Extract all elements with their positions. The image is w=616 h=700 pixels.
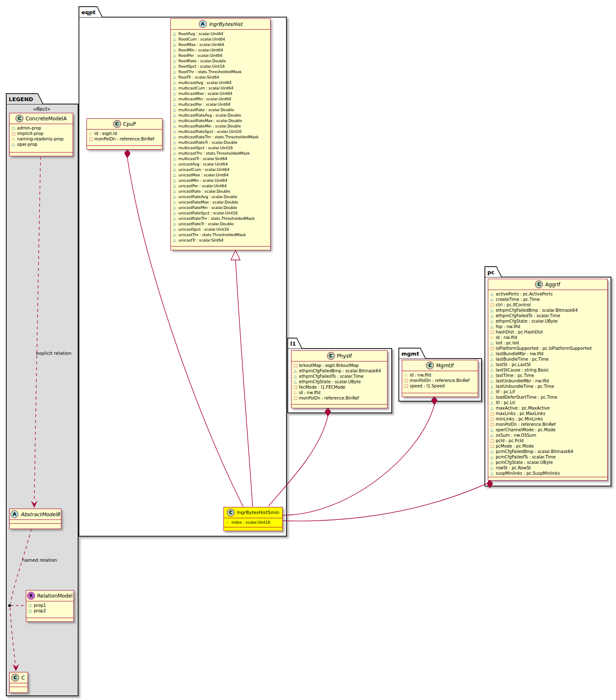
attribute-row: prop1	[28, 603, 71, 608]
naming-prop-icon	[490, 335, 496, 340]
class-letter-badge: C	[11, 674, 19, 682]
oper-prop-icon	[173, 85, 178, 91]
attribute-row: minLinks : pc.MinLinks	[490, 416, 605, 422]
attribute-text: multicastSpct : scalar.Uint16	[178, 145, 233, 150]
class-letter-badge: C	[113, 120, 121, 128]
class-title: MgmtIf	[436, 363, 454, 369]
attribute-text: osSum : nw.OSSum	[496, 433, 536, 438]
oper-prop-icon	[173, 42, 178, 47]
attribute-row: ethpmCfgState : scalar.UByte	[294, 379, 385, 384]
attribute-row: unicastRateAvg : scalar.Double	[173, 194, 268, 199]
attribute-text: multicastCum : scalar.Uint64	[178, 85, 233, 91]
attribute-text: maxActive : pc.MaxActive	[496, 405, 550, 411]
attribute-row: unicastRateSpct : scalar.Uint16	[173, 210, 268, 216]
attribute-text: fecMode : l1.FECMode	[299, 384, 345, 390]
attribute-text: ethpmCfgFailedTs : scalar.Time	[299, 374, 363, 379]
attribute-text: monPolDn : reference.BinRef	[496, 422, 556, 427]
package-eqpt-tab: eqpt	[79, 6, 103, 17]
attribute-row: createTime : pc.Time	[490, 297, 605, 302]
class-footer	[10, 152, 73, 156]
oper-prop-icon	[490, 389, 496, 395]
stereotype-label: «Rect»	[6, 106, 77, 112]
attribute-text: ethpmCfgState : scalar.UByte	[496, 318, 558, 324]
class-footer	[224, 527, 282, 531]
attribute-text: floodAvg : scalar.Uint64	[178, 31, 223, 36]
oper-prop-icon	[173, 161, 178, 167]
class-letter-badge: C	[426, 361, 434, 369]
oper-prop-icon	[294, 379, 299, 384]
oper-prop-icon	[173, 129, 178, 134]
attribute-row: speed : l1.Speed	[404, 383, 476, 389]
attribute-text: iod : pc.Iod	[496, 340, 519, 346]
implicit-prop-icon	[490, 422, 496, 427]
class-letter-badge: C	[535, 280, 543, 288]
attribute-row: osSum : nw.OSSum	[490, 433, 605, 438]
attribute-row: unicastMin : scalar.Uint64	[173, 178, 268, 183]
attribute-row: ltl : pc.Ltl	[490, 400, 605, 405]
class-title: IngrBytesHist5min	[237, 510, 279, 515]
attribute-row: pcmCfgState : scalar.UByte	[490, 460, 605, 465]
attribute-row: floodPer : scalar.Uint64	[173, 53, 268, 58]
oper-prop-icon	[173, 183, 178, 188]
attribute-text: unicastMax : scalar.Uint64	[178, 172, 228, 178]
attribute-row: ethpmCfgFailedBmp : scalar.Bitmask64	[490, 308, 605, 313]
class-header: C IngrBytesHist5min	[224, 507, 282, 518]
attribute-text: pcmCfgFailedTs : scalar.Time	[496, 454, 555, 460]
attribute-text: floodThr : stats.ThresholdedMask	[178, 69, 242, 74]
class-title: AbstractModelB	[20, 512, 60, 517]
class-header: C CpuP	[87, 119, 162, 130]
implicit-prop-icon	[12, 131, 17, 136]
class-header: A AbstractModelB	[10, 509, 61, 519]
class-letter-badge: C	[227, 509, 235, 517]
attribute-text: ethpmCfgFailedTs : scalar.Time	[496, 313, 560, 318]
attribute-text: floodMin : scalar.Uint64	[178, 47, 223, 53]
attribute-row: admin-prop	[12, 125, 71, 131]
attribute-text: suspMinlinks : pc.SuspMinlinks	[496, 471, 560, 476]
attribute-text: lastSt : pc.LastSt	[496, 362, 531, 367]
generalization-arrowhead-icon	[231, 250, 240, 260]
package-eqpt-tab-label: eqpt	[79, 7, 102, 17]
implicit-prop-icon	[294, 395, 299, 401]
attribute-text: minLinks : pc.MinLinks	[496, 416, 543, 422]
class-header: C PhysIf	[292, 351, 387, 361]
attribute-row: lastTime : pc.Time	[490, 373, 605, 378]
attribute-row: ethpmCfgFailedBmp : scalar.Bitmask64	[294, 368, 385, 374]
attribute-text: multicastRate : scalar.Double	[178, 107, 234, 112]
attribute-text: createTime : pc.Time	[496, 297, 540, 302]
attribute-text: oper-prop	[17, 142, 37, 147]
attribute-row: oper-prop	[12, 142, 71, 147]
implicit-prop-icon	[490, 329, 496, 335]
class-letter-badge: C	[327, 352, 335, 360]
attribute-text: multicastRateMax : scalar.Double	[178, 118, 242, 123]
implicit-prop-icon	[294, 384, 299, 390]
implicit-prop-icon	[490, 443, 496, 449]
attribute-text: floodRate : scalar.Double	[178, 58, 226, 64]
attribute-text: multicastRateSpct : scalar.Uint16	[178, 129, 241, 134]
class-title: C	[21, 675, 25, 681]
attribute-row: lastBundleMbr : nw.IfId	[490, 351, 605, 356]
attribute-text: pcMode : pc.Mode	[496, 443, 534, 449]
attribute-text: monPolDn : reference.BinRef	[94, 136, 155, 142]
attribute-row: ethpmCfgFailedTs : scalar.Time	[294, 374, 385, 379]
class-letter-badge: R	[27, 592, 35, 600]
class-header: C ConcreteModelA	[10, 113, 73, 124]
oper-prop-icon	[173, 216, 178, 221]
attribute-row: unicastRateTr : scalar.Double	[173, 221, 268, 227]
class-c: C C	[9, 672, 28, 693]
oper-prop-icon	[490, 454, 496, 460]
class-title: CpuP	[123, 121, 136, 127]
oper-prop-icon	[173, 145, 178, 150]
attribute-row: index : scalar.Uint16	[226, 519, 280, 525]
class-aggrif: C AggrIf activePorts : pc.ActivePorts cr…	[488, 279, 608, 481]
oper-prop-icon	[490, 433, 496, 438]
class-header: A IngrBytesHist	[171, 19, 270, 30]
attribute-text: lastUnbundleTime : pc.Time	[496, 384, 554, 389]
attribute-text: rowSt : pc.RowSt	[496, 465, 531, 471]
oper-prop-icon	[173, 210, 178, 216]
oper-prop-icon	[173, 69, 178, 74]
attribute-row: unicastAvg : scalar.Uint64	[173, 161, 268, 167]
attribute-row: fecMode : l1.FECMode	[294, 384, 385, 390]
attribute-row: multicastRateSpct : scalar.Uint16	[173, 129, 268, 134]
attribute-row: floodThr : stats.ThresholdedMask	[173, 69, 268, 74]
class-title: PhysIf	[337, 353, 352, 359]
